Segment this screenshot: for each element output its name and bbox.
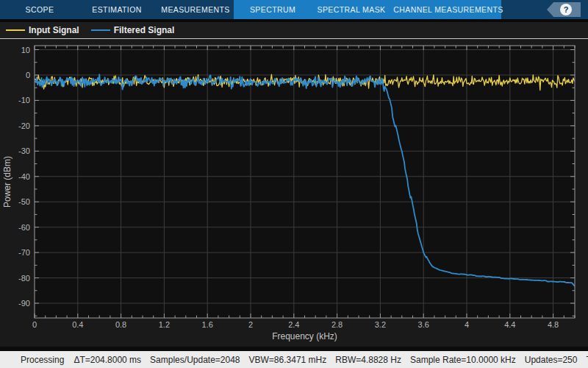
legend-label: Input Signal	[29, 25, 79, 35]
svg-text:2.4: 2.4	[288, 320, 299, 329]
status-updates: Updates=250	[525, 355, 578, 365]
svg-text:Frequency (kHz): Frequency (kHz)	[272, 331, 337, 342]
spectrum-chart-canvas[interactable]: 00.40.81.21.622.42.83.23.644.44.8100-10-…	[0, 39, 588, 347]
legend-item-filtered-signal[interactable]: Filtered Signal	[91, 25, 175, 35]
svg-text:4.8: 4.8	[548, 320, 559, 329]
legend-bar: Input Signal Filtered Signal	[0, 22, 588, 38]
svg-text:-70: -70	[18, 248, 30, 257]
status-vbw: VBW=86.3471 mHz	[249, 355, 327, 365]
svg-text:2: 2	[248, 320, 253, 329]
svg-text:-10: -10	[18, 96, 30, 105]
svg-text:10: 10	[21, 46, 30, 54]
tab-measurements[interactable]: MEASUREMENTS	[161, 0, 229, 19]
status-samples-per-update: Samples/Update=2048	[150, 355, 240, 365]
svg-text:0.8: 0.8	[115, 320, 126, 329]
svg-text:0: 0	[32, 320, 37, 329]
status-sample-rate: Sample Rate=10.0000 kHz	[410, 355, 516, 365]
toolstrip-tabbar: SCOPE ESTIMATION MEASUREMENTS SPECTRUM S…	[0, 0, 588, 19]
tab-spectrum[interactable]: SPECTRUM	[250, 0, 295, 19]
svg-text:-80: -80	[18, 274, 30, 283]
svg-text:-60: -60	[18, 223, 30, 232]
filtered-signal-line-swatch	[91, 29, 110, 31]
svg-text:3.6: 3.6	[418, 320, 429, 329]
svg-text:0.4: 0.4	[72, 320, 83, 329]
svg-text:3.2: 3.2	[375, 320, 386, 329]
help-icon[interactable]: ?	[560, 4, 572, 15]
status-state: Processing	[21, 355, 64, 365]
svg-text:1.6: 1.6	[202, 320, 213, 329]
tab-estimation[interactable]: ESTIMATION	[92, 0, 141, 19]
svg-text:Power (dBm): Power (dBm)	[2, 156, 12, 208]
legend-label: Filtered Signal	[114, 25, 175, 35]
input-signal-line-swatch	[6, 29, 25, 31]
tab-spectral-mask[interactable]: SPECTRAL MASK	[318, 0, 386, 19]
svg-text:-40: -40	[18, 172, 30, 181]
svg-text:-50: -50	[18, 197, 30, 206]
svg-text:-20: -20	[18, 121, 30, 130]
svg-text:0: 0	[26, 71, 30, 79]
svg-text:-30: -30	[18, 146, 30, 155]
svg-text:4: 4	[465, 320, 469, 329]
tab-channel-measurements[interactable]: CHANNEL MEASUREMENTS	[393, 0, 503, 19]
svg-text:-90: -90	[18, 299, 30, 308]
svg-text:1.2: 1.2	[159, 320, 170, 329]
status-bar: Processing ΔT=204.8000 ms Samples/Update…	[0, 351, 588, 368]
tab-scope[interactable]: SCOPE	[26, 0, 54, 19]
svg-text:4.4: 4.4	[504, 320, 515, 329]
spectrum-analyzer-window: SCOPE ESTIMATION MEASUREMENTS SPECTRUM S…	[0, 0, 588, 368]
status-items: ΔT=204.8000 ms Samples/Update=2048 VBW=8…	[74, 355, 588, 365]
status-delta-t: ΔT=204.8000 ms	[74, 355, 141, 365]
spectrum-plot[interactable]: 00.40.81.21.622.42.83.23.644.44.8100-10-…	[0, 39, 588, 347]
svg-text:2.8: 2.8	[331, 320, 343, 329]
status-rbw: RBW=4.8828 Hz	[335, 355, 401, 365]
legend-item-input-signal[interactable]: Input Signal	[6, 25, 79, 35]
